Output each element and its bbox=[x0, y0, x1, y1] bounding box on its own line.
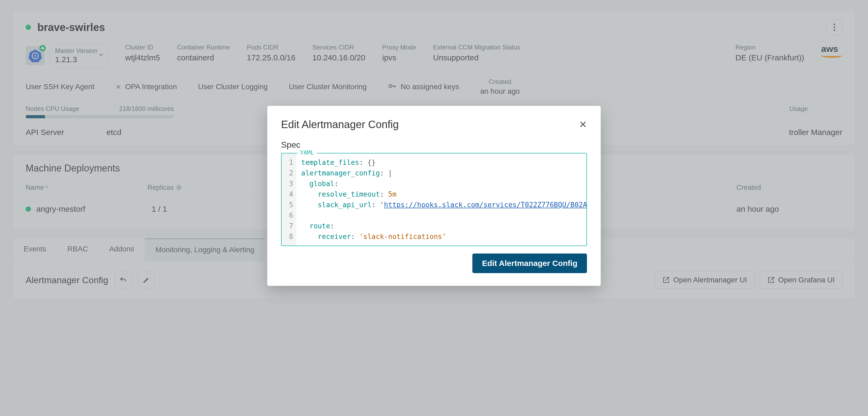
close-icon: ✕ bbox=[579, 119, 587, 130]
modal-overlay[interactable]: Edit Alertmanager Config ✕ Spec YAML 1 2… bbox=[0, 0, 868, 416]
submit-edit-alertmanager-button[interactable]: Edit Alertmanager Config bbox=[472, 254, 587, 273]
yaml-code[interactable]: template_files: {} alertmanager_config: … bbox=[297, 154, 586, 246]
yaml-legend: YAML bbox=[298, 149, 317, 156]
close-button[interactable]: ✕ bbox=[579, 119, 587, 130]
modal-title: Edit Alertmanager Config bbox=[281, 119, 399, 130]
yaml-editor[interactable]: YAML 1 2 3 4 5 6 7 8 template_files: {} … bbox=[281, 153, 587, 246]
edit-alertmanager-modal: Edit Alertmanager Config ✕ Spec YAML 1 2… bbox=[267, 106, 601, 286]
yaml-gutter: 1 2 3 4 5 6 7 8 bbox=[282, 154, 297, 246]
spec-label: Spec bbox=[281, 140, 587, 150]
